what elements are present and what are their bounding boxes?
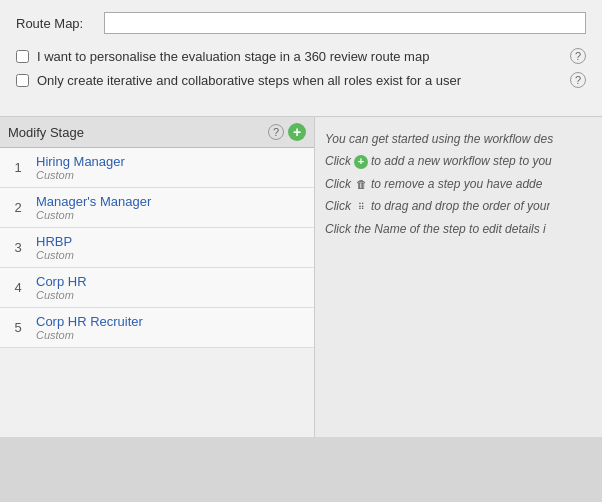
- stage-number-1: 1: [8, 160, 28, 175]
- help-line-3: Click 🗑 to remove a step you have adde: [325, 174, 592, 194]
- stage-name-1: Hiring Manager: [36, 154, 306, 169]
- help-line-text-3: to remove a step you have adde: [371, 174, 542, 194]
- main-area: Modify Stage ? + 1 Hiring Manager Custom…: [0, 117, 602, 437]
- help-line-2: Click + to add a new workflow step to yo…: [325, 151, 592, 171]
- stage-item[interactable]: 4 Corp HR Custom: [0, 268, 314, 308]
- iterative-label: Only create iterative and collaborative …: [37, 73, 562, 88]
- iterative-checkbox-row: Only create iterative and collaborative …: [16, 72, 586, 88]
- stage-number-3: 3: [8, 240, 28, 255]
- help-line-text-1: You can get started using the workflow d…: [325, 129, 553, 149]
- route-map-row: Route Map:: [16, 12, 586, 34]
- stage-item[interactable]: 5 Corp HR Recruiter Custom: [0, 308, 314, 348]
- panel-header-icons: ? +: [260, 123, 306, 141]
- route-map-label: Route Map:: [16, 16, 96, 31]
- right-panel: You can get started using the workflow d…: [315, 117, 602, 437]
- add-stage-icon[interactable]: +: [288, 123, 306, 141]
- help-line-5: Click the Name of the step to edit detai…: [325, 219, 592, 239]
- stage-number-2: 2: [8, 200, 28, 215]
- panel-title: Modify Stage: [8, 125, 260, 140]
- stage-item[interactable]: 3 HRBP Custom: [0, 228, 314, 268]
- stage-name-4: Corp HR: [36, 274, 306, 289]
- stage-info-5: Corp HR Recruiter Custom: [28, 314, 306, 341]
- personalise-help-icon[interactable]: ?: [570, 48, 586, 64]
- stage-type-2: Custom: [36, 209, 306, 221]
- stage-info-4: Corp HR Custom: [28, 274, 306, 301]
- panel-header: Modify Stage ? +: [0, 117, 314, 148]
- stage-name-2: Manager's Manager: [36, 194, 306, 209]
- iterative-checkbox[interactable]: [16, 74, 29, 87]
- left-panel: Modify Stage ? + 1 Hiring Manager Custom…: [0, 117, 315, 437]
- stage-item[interactable]: 2 Manager's Manager Custom: [0, 188, 314, 228]
- stage-number-4: 4: [8, 280, 28, 295]
- help-line-text-4: to drag and drop the order of your: [371, 196, 550, 216]
- personalise-checkbox-row: I want to personalise the evaluation sta…: [16, 48, 586, 64]
- personalise-label: I want to personalise the evaluation sta…: [37, 49, 562, 64]
- top-section: Route Map: I want to personalise the eva…: [0, 0, 602, 117]
- help-text: You can get started using the workflow d…: [325, 129, 592, 239]
- stage-number-5: 5: [8, 320, 28, 335]
- stage-item[interactable]: 1 Hiring Manager Custom: [0, 148, 314, 188]
- help-line-1: You can get started using the workflow d…: [325, 129, 592, 149]
- personalise-checkbox[interactable]: [16, 50, 29, 63]
- add-green-icon: +: [354, 155, 368, 169]
- stage-list: 1 Hiring Manager Custom 2 Manager's Mana…: [0, 148, 314, 437]
- click-label-2: Click: [325, 151, 351, 171]
- route-map-input[interactable]: [104, 12, 586, 34]
- iterative-help-icon[interactable]: ?: [570, 72, 586, 88]
- click-label-5: Click the Name of the step to edit detai…: [325, 219, 546, 239]
- panel-help-icon[interactable]: ?: [268, 124, 284, 140]
- trash-icon: 🗑: [354, 177, 368, 191]
- stage-info-2: Manager's Manager Custom: [28, 194, 306, 221]
- click-label-3: Click: [325, 174, 351, 194]
- click-label-4: Click: [325, 196, 351, 216]
- stage-name-3: HRBP: [36, 234, 306, 249]
- stage-type-4: Custom: [36, 289, 306, 301]
- help-line-4: Click ⠿ to drag and drop the order of yo…: [325, 196, 592, 216]
- stage-type-3: Custom: [36, 249, 306, 261]
- stage-type-5: Custom: [36, 329, 306, 341]
- stage-name-5: Corp HR Recruiter: [36, 314, 306, 329]
- drag-icon: ⠿: [354, 201, 368, 215]
- stage-info-1: Hiring Manager Custom: [28, 154, 306, 181]
- stage-type-1: Custom: [36, 169, 306, 181]
- stage-info-3: HRBP Custom: [28, 234, 306, 261]
- help-line-text-2: to add a new workflow step to you: [371, 151, 552, 171]
